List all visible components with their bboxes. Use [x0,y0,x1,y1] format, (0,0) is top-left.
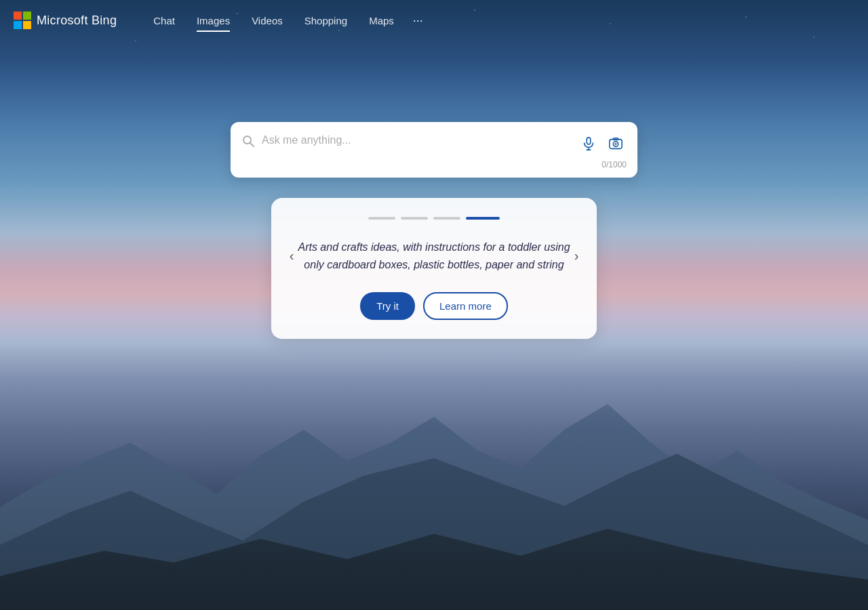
learn-more-button[interactable]: Learn more [423,292,508,320]
search-input[interactable] [262,133,571,152]
card-buttons: Try it Learn more [292,292,576,320]
dot-1[interactable] [368,217,395,220]
microsoft-logo-icon [14,12,31,29]
main-content: 0/1000 ‹ Arts and crafts ideas, with ins… [0,41,868,610]
suggestion-card: ‹ Arts and crafts ideas, with instructio… [271,198,597,339]
svg-line-5 [250,143,254,146]
nav-shopping[interactable]: Shopping [295,11,357,30]
dot-3[interactable] [433,217,460,220]
try-it-button[interactable]: Try it [360,292,415,320]
suggestion-text: Arts and crafts ideas, with instructions… [292,239,576,273]
camera-icon [608,136,623,151]
card-inner: ‹ Arts and crafts ideas, with instructio… [292,239,576,273]
svg-rect-0 [14,12,22,20]
prev-button[interactable]: ‹ [279,244,304,268]
search-footer: 0/1000 [241,160,627,169]
dot-4[interactable] [466,217,500,220]
image-search-button[interactable] [605,133,627,155]
search-icons-right [578,133,627,155]
dot-2[interactable] [401,217,428,220]
nav-maps[interactable]: Maps [359,11,403,30]
svg-point-4 [243,136,251,144]
search-icon [241,134,255,148]
logo-text: Microsoft Bing [37,14,117,28]
search-row [241,133,627,155]
nav: Chat Images Videos Shopping Maps ··· [144,9,430,32]
nav-images[interactable]: Images [187,11,239,30]
nav-videos[interactable]: Videos [242,11,292,30]
svg-rect-6 [587,138,591,144]
search-container: 0/1000 [231,122,637,178]
svg-rect-3 [23,21,31,29]
nav-more[interactable]: ··· [406,9,430,32]
svg-point-11 [615,143,617,145]
progress-dots [292,217,576,220]
next-button[interactable]: › [564,244,589,268]
nav-chat[interactable]: Chat [144,11,184,30]
char-count: 0/1000 [601,160,627,169]
svg-rect-1 [23,12,31,20]
svg-rect-2 [14,21,22,29]
logo[interactable]: Microsoft Bing [14,12,117,29]
microphone-icon [581,136,596,151]
search-icon-wrap [241,134,255,150]
header: Microsoft Bing Chat Images Videos Shoppi… [0,0,868,41]
microphone-button[interactable] [578,133,599,155]
